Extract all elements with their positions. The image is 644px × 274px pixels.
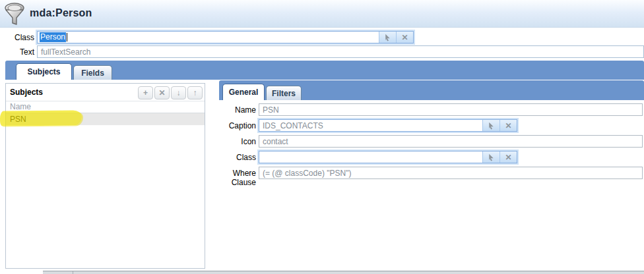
tab-subjects[interactable]: Subjects [16,63,72,80]
detail-tab-bar: General Filters [219,80,644,100]
caption-clear-button[interactable]: ✕ [499,120,517,131]
name-field-label: Name [215,105,256,115]
class-clear-button[interactable]: ✕ [396,32,413,43]
class-lookup-field[interactable]: ✕ [259,151,517,163]
tab-general[interactable]: General [222,84,265,100]
move-up-icon[interactable]: ↑ [187,86,203,99]
text-caret [67,33,67,41]
class-lookup-navigate-button[interactable] [482,151,499,163]
text-field-label: Text [1,47,34,57]
class-lookup-label: Class [215,153,256,162]
grid-column-divider [73,271,73,274]
subjects-toolbar: + ✕ ↓ ↑ [137,86,203,99]
subjects-panel: Subjects + ✕ ↓ ↑ Name PSN [5,83,205,269]
where-clause-label: Where Clause [212,169,256,187]
icon-field[interactable]: contact [259,135,643,148]
caption-field-label: Caption [215,121,256,130]
subjects-panel-title: Subjects [10,88,43,97]
tab-fields[interactable]: Fields [73,65,112,80]
caption-navigate-button[interactable] [482,120,499,131]
window-title-bar: mda:Person [0,0,644,28]
class-navigate-button[interactable] [379,32,396,43]
funnel-icon [4,2,26,26]
text-field-value: fullTextSearch [41,47,90,57]
main-tab-bar: Subjects Fields [5,61,644,80]
move-down-icon[interactable]: ↓ [171,86,186,99]
add-icon[interactable]: + [138,86,153,99]
text-field[interactable]: fullTextSearch [37,45,644,58]
class-lookup-clear-button[interactable]: ✕ [499,151,517,163]
tab-filters[interactable]: Filters [266,86,302,100]
caption-field[interactable]: IDS_CONTACTS ✕ [259,119,517,132]
name-field[interactable]: PSN [259,103,643,116]
subjects-column-header: Name [6,101,205,113]
page-title: mda:Person [30,7,92,19]
delete-icon[interactable]: ✕ [154,86,170,99]
icon-field-label: Icon [215,137,256,146]
subject-row-psn[interactable]: PSN [6,113,205,125]
class-field-selected-text: Person [40,32,66,42]
class-field-label: Class [1,33,34,42]
class-field[interactable]: Person ✕ [37,31,414,43]
subjects-panel-header: Subjects + ✕ ↓ ↑ [6,84,205,101]
lower-grid-header-edge [43,271,644,274]
where-clause-field[interactable]: (= (@ classCode) "PSN") [259,167,643,179]
